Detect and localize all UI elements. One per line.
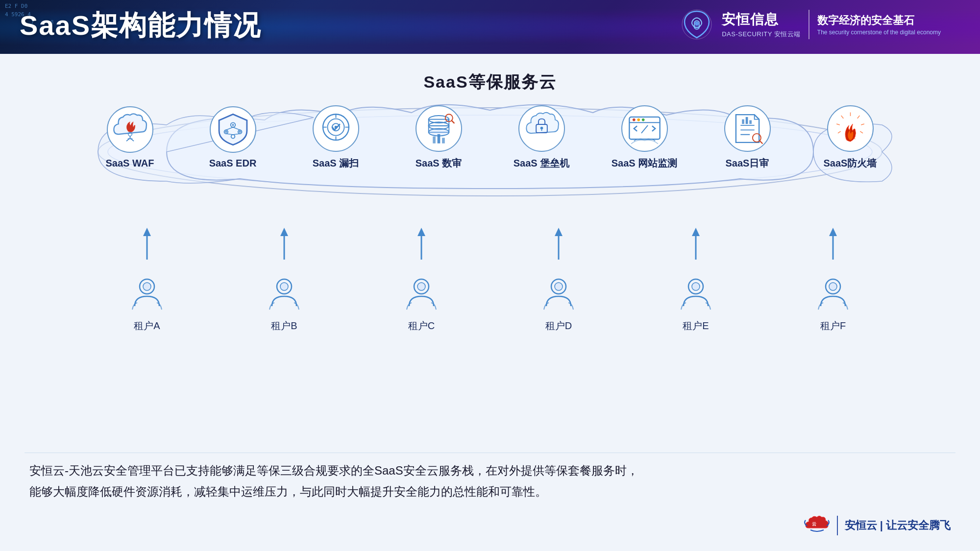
tenant-e: 租户E bbox=[657, 274, 735, 333]
svg-text:云: 云 bbox=[812, 522, 816, 527]
svg-point-85 bbox=[692, 283, 700, 290]
logo-area: 安恒信息 DAS-SECURITY 安恒云端 数字经济的安全基石 The sec… bbox=[680, 7, 941, 42]
scan-icon-circle bbox=[313, 105, 359, 152]
audit-icon-circle bbox=[416, 105, 462, 152]
scan-label: SaaS 漏扫 bbox=[313, 157, 359, 170]
service-waf: SaaS WAF bbox=[91, 106, 169, 169]
service-logaudit: SaaS日审 bbox=[708, 105, 786, 170]
company-logo-icon bbox=[680, 7, 714, 42]
svg-marker-73 bbox=[692, 228, 700, 236]
bastion-icon-circle bbox=[518, 105, 565, 152]
svg-line-62 bbox=[836, 124, 840, 125]
svg-marker-71 bbox=[555, 228, 563, 236]
waf-icon-circle bbox=[107, 106, 153, 153]
svg-rect-34 bbox=[437, 134, 440, 144]
svg-rect-50 bbox=[742, 120, 744, 124]
svg-marker-69 bbox=[417, 228, 425, 236]
service-scan: SaaS 漏扫 bbox=[296, 105, 375, 170]
tenants-row: 租户A 租户B 租户C 租户D bbox=[78, 274, 902, 333]
footer-brand: 安恒云 bbox=[845, 519, 877, 531]
svg-point-39 bbox=[540, 127, 543, 130]
page-title: SaaS架构能力情况 bbox=[20, 7, 261, 45]
tenant-e-label: 租户E bbox=[683, 319, 709, 333]
svg-marker-67 bbox=[280, 228, 288, 236]
svg-line-58 bbox=[860, 131, 863, 133]
service-firewall: SaaS防火墙 bbox=[811, 105, 889, 170]
tenant-d-label: 租户D bbox=[545, 319, 572, 333]
logaudit-icon-circle bbox=[724, 105, 771, 152]
footer-logo-icon: 云 bbox=[803, 514, 830, 536]
svg-line-37 bbox=[451, 120, 454, 123]
footer-separator: | bbox=[880, 519, 886, 531]
svg-marker-65 bbox=[143, 228, 151, 236]
tenant-f-label: 租户F bbox=[820, 319, 846, 333]
svg-rect-51 bbox=[745, 117, 748, 124]
footer-logo-divider bbox=[837, 516, 838, 535]
svg-point-45 bbox=[641, 119, 644, 121]
tagline-english: The security cornerstone of the digital … bbox=[817, 29, 941, 36]
service-audit: SaaS 数审 bbox=[399, 105, 478, 170]
svg-point-1 bbox=[695, 22, 699, 25]
description-line2: 能够大幅度降低硬件资源消耗，减轻集中运维压力，与此同时大幅提升安全能力的总性能和… bbox=[29, 481, 833, 502]
edr-icon-circle bbox=[210, 106, 256, 153]
svg-line-7 bbox=[126, 139, 129, 141]
audit-label: SaaS 数审 bbox=[416, 157, 462, 170]
service-edr: SaaS EDR bbox=[194, 106, 272, 169]
svg-point-77 bbox=[143, 283, 151, 290]
services-row: SaaS WAF SaaS EDR bbox=[78, 105, 902, 170]
tenant-b: 租户B bbox=[245, 274, 323, 333]
edr-label: SaaS EDR bbox=[209, 158, 257, 169]
tenant-a: 租户A bbox=[108, 274, 186, 333]
monitor-label: SaaS 网站监测 bbox=[612, 157, 677, 170]
section-title: SaaS等保服务云 bbox=[423, 71, 556, 94]
svg-point-81 bbox=[417, 283, 425, 290]
firewall-label: SaaS防火墙 bbox=[824, 157, 877, 170]
logo-divider bbox=[808, 10, 809, 39]
company-name: 安恒信息 bbox=[722, 10, 779, 29]
svg-marker-75 bbox=[829, 228, 837, 236]
svg-point-17 bbox=[232, 124, 234, 126]
footer-slogan: 让云安全腾飞 bbox=[886, 519, 951, 531]
footer-logo: 云 安恒云 | 让云安全腾飞 bbox=[803, 514, 951, 536]
service-bastion: SaaS 堡垒机 bbox=[502, 105, 581, 170]
arrows-row bbox=[78, 225, 902, 264]
tagline-chinese: 数字经济的安全基石 bbox=[817, 13, 941, 28]
svg-line-54 bbox=[760, 141, 762, 144]
svg-rect-52 bbox=[749, 120, 752, 124]
svg-line-63 bbox=[841, 116, 843, 119]
monitor-icon-circle bbox=[621, 105, 668, 152]
arrow-6 bbox=[794, 225, 872, 264]
svg-point-87 bbox=[829, 283, 837, 290]
service-monitor: SaaS 网站监测 bbox=[605, 105, 684, 170]
logo-text: 安恒信息 DAS-SECURITY 安恒云端 bbox=[722, 10, 801, 39]
svg-point-79 bbox=[280, 283, 288, 290]
tenant-b-label: 租户B bbox=[271, 319, 297, 333]
svg-line-56 bbox=[857, 116, 859, 119]
arrow-1 bbox=[108, 225, 186, 264]
svg-line-46 bbox=[641, 125, 647, 133]
company-sub: DAS-SECURITY 安恒云端 bbox=[722, 30, 801, 39]
svg-line-57 bbox=[861, 124, 864, 125]
logo-tagline: 数字经济的安全基石 The security cornerstone of th… bbox=[817, 13, 941, 36]
svg-point-18 bbox=[225, 131, 227, 133]
separator-line bbox=[24, 453, 956, 454]
description-text: 安恒云-天池云安全管理平台已支持能够满足等保三级合规要求的全SaaS安全云服务栈… bbox=[29, 460, 833, 502]
firewall-icon-circle bbox=[827, 105, 874, 152]
tenant-c: 租户C bbox=[382, 274, 461, 333]
svg-rect-33 bbox=[433, 137, 436, 144]
arrow-3 bbox=[382, 225, 461, 264]
svg-point-83 bbox=[555, 283, 563, 290]
bastion-label: SaaS 堡垒机 bbox=[514, 157, 569, 170]
svg-point-43 bbox=[632, 119, 635, 121]
tenant-c-label: 租户C bbox=[408, 319, 435, 333]
footer-tagline: 安恒云 | 让云安全腾飞 bbox=[845, 518, 951, 533]
tenant-d: 租户D bbox=[519, 274, 598, 333]
logaudit-label: SaaS日审 bbox=[726, 157, 769, 170]
svg-rect-35 bbox=[442, 138, 445, 143]
svg-point-44 bbox=[637, 119, 640, 121]
svg-point-19 bbox=[239, 131, 241, 133]
svg-line-61 bbox=[838, 131, 841, 133]
tenant-a-label: 租户A bbox=[134, 319, 160, 333]
arrow-5 bbox=[657, 225, 735, 264]
svg-line-8 bbox=[131, 139, 134, 141]
